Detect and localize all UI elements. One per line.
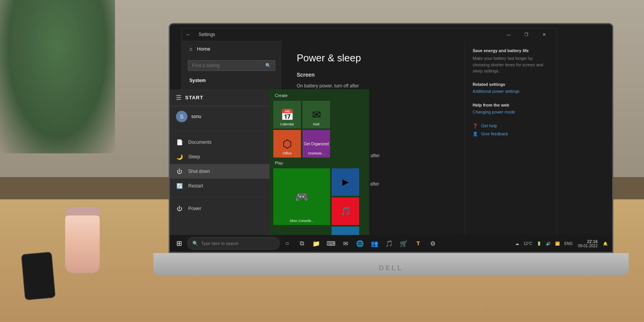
notification-button[interactable]: 🔔 xyxy=(601,241,609,246)
cortana-button[interactable]: ○ xyxy=(280,236,294,251)
groove-tile[interactable]: ▶ xyxy=(332,168,359,196)
get-help-label: Get help xyxy=(481,123,497,128)
store-icon: 🛒 xyxy=(400,240,407,247)
file-explorer-icon: 📁 xyxy=(312,240,320,247)
windows-logo-icon: ⊞ xyxy=(176,239,182,248)
start-shutdown[interactable]: ⏻ Shut down xyxy=(170,164,269,179)
screen-section-label: Screen xyxy=(297,72,449,78)
office-tile[interactable]: ⬡ Office xyxy=(273,130,301,158)
cloud-icon[interactable]: ☁ xyxy=(514,241,521,246)
teams-button[interactable]: 👥 xyxy=(368,236,381,251)
start-button[interactable]: ⊞ xyxy=(171,236,187,251)
home-label: Home xyxy=(197,46,210,52)
settings-right-panel: Save energy and battery life Make your b… xyxy=(465,41,557,242)
sidebar-section-label: System xyxy=(182,74,281,85)
system-tray: ☁ 12°C 🔋 🔊 📶 ENG 22:16 09-01-2022 🔔 xyxy=(514,238,611,249)
onenote-icon: Get Organized xyxy=(304,142,329,146)
home-icon: ⌂ xyxy=(189,46,192,52)
task-view-button[interactable]: ⧉ xyxy=(295,236,309,251)
xbox-icon: 🎮 xyxy=(295,191,309,203)
sticky-notes-icon: T xyxy=(417,240,420,246)
xbox-tile[interactable]: 🎮 Xbox Console... xyxy=(273,168,330,225)
spotify-button[interactable]: 🎵 xyxy=(382,236,396,251)
settings-titlebar: ← Settings — ❐ ✕ xyxy=(182,28,557,41)
mail-label: Mail xyxy=(302,122,330,126)
phone xyxy=(21,252,56,301)
start-power[interactable]: ⏻ Power xyxy=(170,201,269,216)
titlebar-controls: — ❐ ✕ xyxy=(500,28,553,41)
mail-icon: ✉ xyxy=(312,108,321,121)
settings-title: Settings xyxy=(199,32,215,37)
laptop-screen: ← Settings — ❐ ✕ ⌂ Home xyxy=(169,23,613,253)
user-name: sonu xyxy=(191,114,201,119)
volume-icon[interactable]: 🔊 xyxy=(544,241,552,246)
keyboard-button[interactable]: ⌨ xyxy=(324,236,338,251)
create-section-label: Create xyxy=(273,93,365,98)
battery-icon[interactable]: 🔋 xyxy=(535,241,543,246)
power-icon: ⏻ xyxy=(176,205,183,212)
mail-taskbar-icon: ✉ xyxy=(343,240,348,247)
cortana-icon: ○ xyxy=(285,240,289,247)
settings-taskbar-button[interactable]: ⚙ xyxy=(426,236,440,251)
camera-tile[interactable]: 🎵 xyxy=(332,197,359,225)
give-feedback-link[interactable]: 👤 Give feedback xyxy=(473,131,549,136)
close-button[interactable]: ✕ xyxy=(535,28,553,41)
start-tiles-panel: Create 📅 Calendar ✉ Mail ⬡ xyxy=(269,89,369,235)
related-settings-title: Related settings xyxy=(473,82,549,87)
sticky-notes-button[interactable]: T xyxy=(411,236,425,251)
clock-date: 09-01-2022 xyxy=(578,244,598,248)
mail-taskbar-button[interactable]: ✉ xyxy=(338,236,352,251)
settings-gear-icon: ⚙ xyxy=(430,240,435,247)
sleep-icon: 🌙 xyxy=(176,154,183,160)
maximize-button[interactable]: ❐ xyxy=(518,28,535,41)
language-indicator[interactable]: ENG xyxy=(563,241,574,246)
hamburger-icon[interactable]: ☰ xyxy=(176,94,181,101)
sidebar-home-button[interactable]: ⌂ Home xyxy=(182,41,281,57)
restart-label: Restart xyxy=(188,183,203,189)
start-menu-left: ☰ START S sonu 📄 Documents 🌙 Slee xyxy=(170,89,269,235)
laptop: ← Settings — ❐ ✕ ⌂ Home xyxy=(169,23,613,276)
feedback-icon: 👤 xyxy=(473,131,478,136)
file-explorer-button[interactable]: 📁 xyxy=(309,236,323,251)
calendar-label: Calendar xyxy=(273,122,301,126)
start-sleep[interactable]: 🌙 Sleep xyxy=(170,150,269,164)
calendar-tile[interactable]: 📅 Calendar xyxy=(273,101,301,128)
taskbar-search-box[interactable]: 🔍 Type here to search xyxy=(187,237,279,250)
changing-power-mode-link[interactable]: Changing power mode xyxy=(473,110,549,114)
back-button[interactable]: ← xyxy=(186,31,191,38)
photos-tile[interactable]: 🖼 Photos xyxy=(332,227,359,235)
help-from-web-title: Help from the web xyxy=(473,103,549,107)
start-user[interactable]: S sonu xyxy=(170,106,269,127)
camera-icon: 🎵 xyxy=(340,206,351,216)
save-energy-title: Save energy and battery life xyxy=(473,48,549,53)
mail-tile[interactable]: ✉ Mail xyxy=(302,101,330,128)
browser-button[interactable]: 🌐 xyxy=(353,236,367,251)
onenote-label: OneNote... xyxy=(302,151,330,155)
coffee-cup xyxy=(65,207,104,276)
teams-icon: 👥 xyxy=(371,240,378,247)
start-label: START xyxy=(185,95,203,100)
network-icon[interactable]: 📶 xyxy=(554,241,561,246)
store-button[interactable]: 🛒 xyxy=(397,236,411,251)
additional-power-link[interactable]: Additional power settings xyxy=(473,89,549,94)
shutdown-label: Shut down xyxy=(188,169,210,174)
spotify-icon: 🎵 xyxy=(385,240,393,247)
start-menu-header: ☰ START xyxy=(170,89,269,106)
clock[interactable]: 22:16 09-01-2022 xyxy=(576,238,600,249)
onenote-tile[interactable]: Get Organized OneNote... xyxy=(302,130,330,158)
task-view-icon: ⧉ xyxy=(300,240,304,247)
play-section-label: Play xyxy=(273,161,365,165)
get-help-link[interactable]: ❓ Get help xyxy=(473,123,549,128)
start-restart[interactable]: 🔄 Restart xyxy=(170,179,269,193)
temperature-display: 12°C xyxy=(522,241,534,246)
minimize-button[interactable]: — xyxy=(500,28,518,41)
sleep-nav-label: Sleep xyxy=(188,154,200,159)
documents-icon: 📄 xyxy=(176,139,183,145)
settings-search-box[interactable]: 🔍 xyxy=(188,60,275,71)
taskbar-search-text: Type here to search xyxy=(201,241,238,246)
save-energy-text: Make your battery last longer by choosin… xyxy=(473,55,549,74)
start-documents[interactable]: 📄 Documents xyxy=(170,135,269,150)
browser-icon: 🌐 xyxy=(356,240,364,247)
settings-search-input[interactable] xyxy=(192,63,262,68)
documents-label: Documents xyxy=(188,140,212,145)
